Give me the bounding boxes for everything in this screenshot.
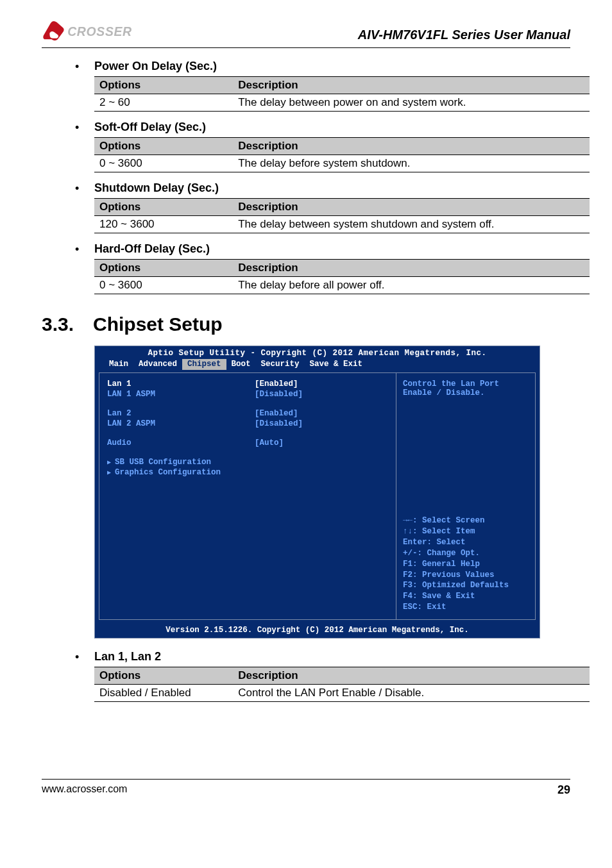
page-number: 29 [557,783,570,797]
bios-main-panel: Lan 1 [Enabled] LAN 1 ASPM [Disabled] La… [99,372,396,620]
bios-value: [Disabled] [255,419,303,428]
section-title: Shutdown Delay (Sec.) [94,181,219,195]
bios-submenu-sb-usb[interactable]: SB USB Configuration [107,458,388,467]
bios-key-hint: F4: Save & Exit [403,591,529,602]
col-header-description: Description [233,667,590,685]
option-description: Control the LAN Port Enable / Disable. [233,685,590,702]
col-header-description: Description [233,138,590,155]
bios-value: [Enabled] [255,409,298,418]
bios-tab-chipset[interactable]: Chipset [182,359,226,370]
bullet-icon: • [75,181,83,196]
options-table: Options Description Disabled / Enabled C… [94,667,590,702]
col-header-options: Options [94,138,233,155]
bios-value: [Enabled] [255,380,298,388]
option-description: The delay between system shutdown and sy… [233,216,590,233]
bullet-icon: • [75,121,83,135]
option-description: The delay before system shutdown. [233,155,590,172]
bios-label: Lan 1 [107,380,255,388]
bios-item-lan2[interactable]: Lan 2 [Enabled] [107,409,388,418]
option-value: 0 ~ 3600 [94,155,233,172]
bios-tabs: Main Advanced Chipset Boot Security Save… [95,359,540,372]
col-header-options: Options [94,77,233,94]
bios-key-hint: F1: General Help [403,559,529,570]
bullet-icon: • [75,242,83,256]
bios-submenu-graphics[interactable]: Graphics Configuration [107,468,388,477]
bios-help-panel: Control the Lan Port Enable / Disable. →… [396,372,536,620]
col-header-options: Options [94,667,233,685]
bios-help-text: Control the Lan Port Enable / Disable. [403,380,529,397]
bios-help-line: Enable / Disable. [403,388,529,397]
bios-key-hints: →←: Select Screen ↑↓: Select Item Enter:… [403,515,529,613]
bios-label: LAN 1 ASPM [107,390,255,399]
section-title: Hard-Off Delay (Sec.) [94,242,210,256]
bios-footer: Version 2.15.1226. Copyright (C) 2012 Am… [95,624,540,638]
bios-label: Audio [107,438,255,447]
page-header: CROSSER AIV-HM76V1FL Series User Manual [42,0,570,48]
section-shutdown-delay: • Shutdown Delay (Sec.) Options Descript… [42,181,570,233]
bios-key-hint: ↑↓: Select Item [403,526,529,537]
bios-key-hint: Enter: Select [403,537,529,548]
section-title: Lan 1, Lan 2 [94,650,161,664]
bullet-icon: • [75,650,83,664]
heading-text: Chipset Setup [93,313,223,335]
section-hard-off-delay: • Hard-Off Delay (Sec.) Options Descript… [42,242,570,294]
section-title: Power On Delay (Sec.) [94,60,217,73]
col-header-description: Description [233,260,590,277]
bios-value: [Auto] [255,438,284,447]
section-power-on-delay: • Power On Delay (Sec.) Options Descript… [42,60,570,112]
option-value: 120 ~ 3600 [94,216,233,233]
bios-tab-save-exit[interactable]: Save & Exit [305,359,368,370]
option-value: 0 ~ 3600 [94,277,233,294]
bios-item-lan2-aspm[interactable]: LAN 2 ASPM [Disabled] [107,419,388,428]
brand-logo: CROSSER [42,19,157,42]
bios-tab-security[interactable]: Security [256,359,305,370]
option-description: The delay between power on and system wo… [233,94,590,112]
section-title: Soft-Off Delay (Sec.) [94,121,206,134]
manual-title: AIV-HM76V1FL Series User Manual [358,28,570,42]
footer-url: www.acrosser.com [42,783,127,797]
page-footer: www.acrosser.com 29 [42,779,570,797]
svg-text:CROSSER: CROSSER [67,24,132,38]
bios-key-hint: +/-: Change Opt. [403,548,529,559]
options-table: Options Description 2 ~ 60 The delay bet… [94,76,590,112]
col-header-description: Description [233,77,590,94]
heading-number: 3.3. [42,313,93,335]
options-table: Options Description 0 ~ 3600 The delay b… [94,259,590,294]
heading-chipset-setup: 3.3.Chipset Setup [42,313,570,335]
col-header-options: Options [94,199,233,216]
bios-key-hint: F3: Optimized Defaults [403,580,529,591]
section-lan1-lan2: • Lan 1, Lan 2 Options Description Disab… [42,650,570,702]
options-table: Options Description 120 ~ 3600 The delay… [94,198,590,233]
col-header-description: Description [233,199,590,216]
bios-help-line: Control the Lan Port [403,380,529,388]
bios-title: Aptio Setup Utility - Copyright (C) 2012… [95,346,540,359]
options-table: Options Description 0 ~ 3600 The delay b… [94,137,590,172]
bios-key-hint: ESC: Exit [403,602,529,613]
bios-value: [Disabled] [255,390,303,399]
bullet-icon: • [75,60,83,74]
bios-tab-advanced[interactable]: Advanced [133,359,182,370]
col-header-options: Options [94,260,233,277]
bios-item-audio[interactable]: Audio [Auto] [107,438,388,447]
bios-tab-main[interactable]: Main [104,359,133,370]
bios-item-lan1-aspm[interactable]: LAN 1 ASPM [Disabled] [107,390,388,399]
option-value: 2 ~ 60 [94,94,233,112]
bios-label: LAN 2 ASPM [107,419,255,428]
bios-item-lan1[interactable]: Lan 1 [Enabled] [107,380,388,388]
bios-tab-boot[interactable]: Boot [226,359,256,370]
bios-screen: Aptio Setup Utility - Copyright (C) 2012… [94,346,540,638]
bios-key-hint: F2: Previous Values [403,570,529,581]
option-description: The delay before all power off. [233,277,590,294]
section-soft-off-delay: • Soft-Off Delay (Sec.) Options Descript… [42,121,570,172]
bios-key-hint: →←: Select Screen [403,515,529,526]
bios-label: Lan 2 [107,409,255,418]
option-value: Disabled / Enabled [94,685,233,702]
